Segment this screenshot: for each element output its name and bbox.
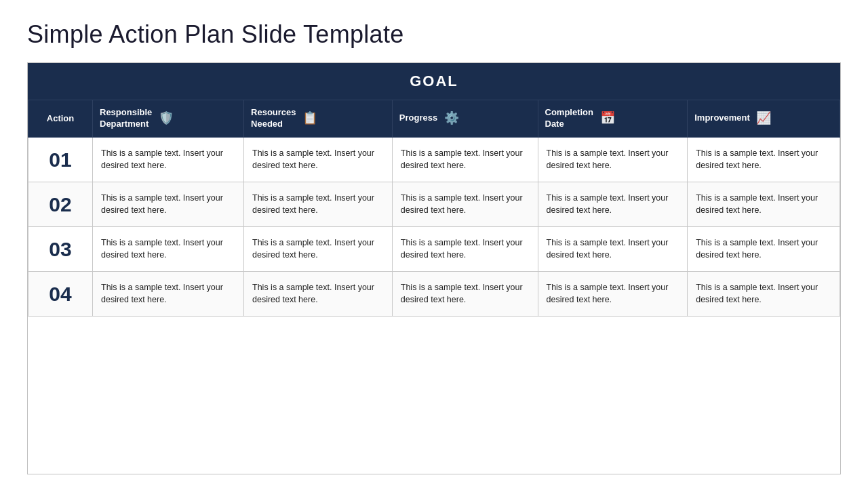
cell-responsible_department: This is a sample text. Insert your desir… bbox=[93, 271, 244, 316]
table-header-row: Action ResponsibleDepartment 🛡️ Resource… bbox=[28, 100, 840, 138]
cell-text: This is a sample text. Insert your desir… bbox=[252, 193, 374, 216]
cell-text: This is a sample text. Insert your desir… bbox=[101, 148, 223, 171]
cell-text: This is a sample text. Insert your desir… bbox=[696, 148, 818, 171]
clipboard-icon: 📋 bbox=[302, 111, 317, 125]
shield-icon: 🛡️ bbox=[159, 111, 174, 125]
col-header-responsible-department: ResponsibleDepartment 🛡️ bbox=[93, 100, 244, 138]
cell-completion_date: This is a sample text. Insert your desir… bbox=[538, 182, 688, 226]
table-row: 01This is a sample text. Insert your des… bbox=[28, 137, 840, 182]
col-header-completion-date: CompletionDate 📅 bbox=[538, 100, 688, 138]
col-header-resources-needed: ResourcesNeeded 📋 bbox=[244, 100, 393, 138]
cell-responsible_department: This is a sample text. Insert your desir… bbox=[93, 182, 244, 226]
row-number: 03 bbox=[49, 238, 71, 260]
table-body: 01This is a sample text. Insert your des… bbox=[28, 137, 840, 316]
cell-text: This is a sample text. Insert your desir… bbox=[696, 238, 818, 260]
cell-improvement: This is a sample text. Insert your desir… bbox=[688, 226, 840, 271]
cell-text: This is a sample text. Insert your desir… bbox=[547, 283, 669, 305]
row-number: 01 bbox=[49, 148, 71, 171]
calendar-icon: 📅 bbox=[600, 111, 615, 125]
cell-progress: This is a sample text. Insert your desir… bbox=[392, 137, 538, 182]
cell-text: This is a sample text. Insert your desir… bbox=[547, 238, 669, 260]
cell-improvement: This is a sample text. Insert your desir… bbox=[688, 271, 840, 316]
cell-progress: This is a sample text. Insert your desir… bbox=[392, 182, 538, 226]
action-number: 04 bbox=[28, 271, 93, 316]
cell-text: This is a sample text. Insert your desir… bbox=[101, 238, 223, 260]
cell-improvement: This is a sample text. Insert your desir… bbox=[688, 137, 840, 182]
col-header-action: Action bbox=[28, 100, 93, 138]
slide: Simple Action Plan Slide Template GOAL A… bbox=[0, 0, 868, 488]
action-number: 03 bbox=[28, 226, 93, 271]
goal-header: GOAL bbox=[28, 63, 840, 100]
cell-resources_needed: This is a sample text. Insert your desir… bbox=[244, 137, 393, 182]
col-header-improvement: Improvement 📈 bbox=[688, 100, 840, 138]
cell-resources_needed: This is a sample text. Insert your desir… bbox=[244, 182, 393, 226]
slide-title: Simple Action Plan Slide Template bbox=[27, 20, 841, 49]
cell-resources_needed: This is a sample text. Insert your desir… bbox=[244, 271, 393, 316]
table-row: 04This is a sample text. Insert your des… bbox=[28, 271, 840, 316]
table-row: 03This is a sample text. Insert your des… bbox=[28, 226, 840, 271]
cell-text: This is a sample text. Insert your desir… bbox=[101, 283, 223, 305]
table-row: 02This is a sample text. Insert your des… bbox=[28, 182, 840, 226]
cell-text: This is a sample text. Insert your desir… bbox=[696, 193, 818, 216]
action-number: 01 bbox=[28, 137, 93, 182]
cell-progress: This is a sample text. Insert your desir… bbox=[392, 271, 538, 316]
cell-text: This is a sample text. Insert your desir… bbox=[696, 283, 818, 305]
cell-improvement: This is a sample text. Insert your desir… bbox=[688, 182, 840, 226]
cell-text: This is a sample text. Insert your desir… bbox=[101, 193, 223, 216]
cell-text: This is a sample text. Insert your desir… bbox=[252, 283, 374, 305]
cell-text: This is a sample text. Insert your desir… bbox=[547, 193, 669, 216]
cell-text: This is a sample text. Insert your desir… bbox=[252, 148, 374, 171]
cell-text: This is a sample text. Insert your desir… bbox=[401, 283, 523, 305]
cell-responsible_department: This is a sample text. Insert your desir… bbox=[93, 226, 244, 271]
cell-text: This is a sample text. Insert your desir… bbox=[401, 148, 523, 171]
row-number: 04 bbox=[49, 283, 71, 305]
cell-text: This is a sample text. Insert your desir… bbox=[252, 238, 374, 260]
cell-completion_date: This is a sample text. Insert your desir… bbox=[538, 226, 688, 271]
action-plan-table: GOAL Action ResponsibleDepartment 🛡️ Res… bbox=[27, 62, 841, 474]
cell-completion_date: This is a sample text. Insert your desir… bbox=[538, 137, 688, 182]
cell-resources_needed: This is a sample text. Insert your desir… bbox=[244, 226, 393, 271]
cell-progress: This is a sample text. Insert your desir… bbox=[392, 226, 538, 271]
chart-icon: 📈 bbox=[756, 111, 771, 125]
cell-text: This is a sample text. Insert your desir… bbox=[401, 238, 523, 260]
cell-completion_date: This is a sample text. Insert your desir… bbox=[538, 271, 688, 316]
cell-text: This is a sample text. Insert your desir… bbox=[547, 148, 669, 171]
row-number: 02 bbox=[49, 193, 71, 216]
action-number: 02 bbox=[28, 182, 93, 226]
col-header-progress: Progress ⚙️ bbox=[392, 100, 538, 138]
plan-table: Action ResponsibleDepartment 🛡️ Resource… bbox=[28, 100, 840, 317]
gear-icon: ⚙️ bbox=[444, 111, 459, 125]
cell-text: This is a sample text. Insert your desir… bbox=[401, 193, 523, 216]
cell-responsible_department: This is a sample text. Insert your desir… bbox=[93, 137, 244, 182]
